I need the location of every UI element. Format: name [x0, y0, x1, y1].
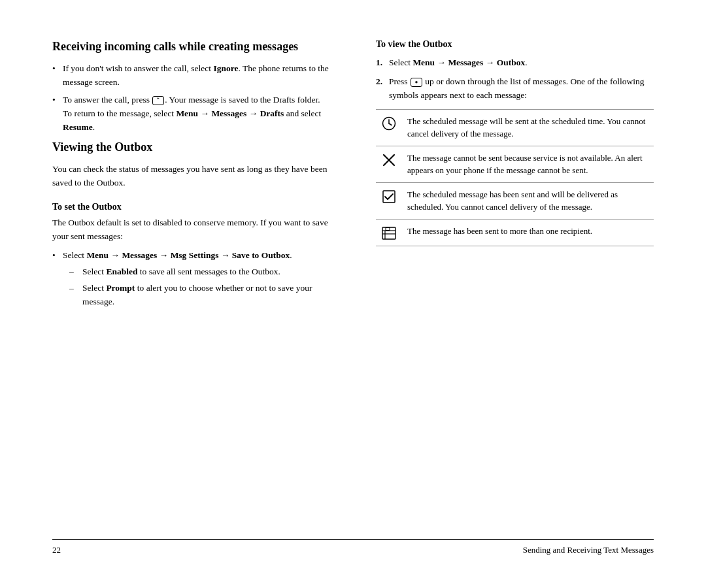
sub-bullet-list: Select Enabled to save all sent messages… — [69, 265, 330, 309]
check-box-icon — [382, 189, 396, 204]
x-row-text: The message cannot be sent because servi… — [407, 152, 651, 177]
symbol-table: The scheduled message will be sent at th… — [376, 109, 654, 246]
footer-page-number: 22 — [52, 545, 61, 555]
prompt-text: Select Prompt to alert you to choose whe… — [82, 283, 312, 306]
list-item-ignore: If you don't wish to answer the call, se… — [52, 62, 330, 90]
set-outbox-body: The Outbox default is set to disabled to… — [52, 216, 330, 244]
footer-section-title: Sending and Receiving Text Messages — [523, 545, 654, 555]
left-column: Receiving incoming calls while creating … — [52, 39, 343, 539]
answer-key-icon: ⌃ — [152, 96, 164, 105]
svg-rect-10 — [386, 227, 390, 230]
footer: 22 Sending and Receiving Text Messages — [52, 539, 654, 555]
sub-item-enabled: Select Enabled to save all sent messages… — [69, 265, 330, 279]
clock-icon-cell — [378, 115, 399, 131]
answer-text: To answer the call, press ⌃. Your messag… — [63, 95, 321, 132]
content-area: Receiving incoming calls while creating … — [52, 39, 654, 539]
multi-row-text: The message has been sent to more than o… — [407, 225, 651, 238]
section-viewing-outbox: Viewing the Outbox You can check the sta… — [52, 140, 330, 309]
bullet-list-receiving: If you don't wish to answer the call, se… — [52, 62, 330, 135]
step-1-text: Select Menu → Messages → Outbox. — [389, 57, 528, 67]
outbox-body-text: You can check the status of messages you… — [52, 163, 330, 190]
svg-rect-6 — [382, 227, 395, 239]
section-receiving-calls: Receiving incoming calls while creating … — [52, 39, 330, 135]
nav-key-icon — [411, 78, 422, 87]
x-icon-cell — [378, 152, 399, 167]
section-title-outbox: Viewing the Outbox — [52, 140, 330, 155]
sub-item-prompt: Select Prompt to alert you to choose whe… — [69, 282, 330, 309]
multi-recipient-icon — [382, 226, 396, 240]
right-section-title: To view the Outbox — [376, 39, 654, 50]
symbol-row-x: The message cannot be sent because servi… — [376, 146, 654, 183]
x-icon — [382, 153, 396, 167]
menu-settings-text: Select Menu → Messages → Msg Settings → … — [63, 250, 292, 260]
page: Receiving incoming calls while creating … — [0, 0, 706, 588]
symbol-row-clock: The scheduled message will be sent at th… — [376, 110, 654, 146]
multi-icon-cell — [378, 225, 399, 240]
clock-row-text: The scheduled message will be sent at th… — [407, 115, 651, 140]
steps-list: 1. Select Menu → Messages → Outbox. 2. P… — [376, 56, 654, 103]
bullet-list-set-outbox: Select Menu → Messages → Msg Settings → … — [52, 249, 330, 309]
check-box-icon-cell — [378, 188, 399, 204]
step-2-text: Press up or down through the list of mes… — [389, 76, 644, 100]
ignore-text: If you don't wish to answer the call, se… — [63, 63, 329, 87]
step-1-num: 1. — [376, 56, 382, 70]
right-column: To view the Outbox 1. Select Menu → Mess… — [369, 39, 654, 539]
subsection-title-set-outbox: To set the Outbox — [52, 202, 330, 212]
step-2-num: 2. — [376, 75, 382, 89]
symbol-row-multi: The message has been sent to more than o… — [376, 220, 654, 246]
step-1: 1. Select Menu → Messages → Outbox. — [376, 56, 654, 70]
checkmark-row-text: The scheduled message has been sent and … — [407, 188, 651, 214]
section-title-receiving: Receiving incoming calls while creating … — [52, 39, 330, 54]
svg-line-2 — [389, 123, 392, 125]
enabled-text: Select Enabled to save all sent messages… — [82, 267, 280, 276]
list-item-answer: To answer the call, press ⌃. Your messag… — [52, 93, 330, 135]
list-item-menu-settings: Select Menu → Messages → Msg Settings → … — [52, 249, 330, 309]
clock-icon — [382, 116, 396, 131]
step-2: 2. Press up or down through the list of … — [376, 75, 654, 103]
symbol-row-checkmark: The scheduled message has been sent and … — [376, 183, 654, 220]
